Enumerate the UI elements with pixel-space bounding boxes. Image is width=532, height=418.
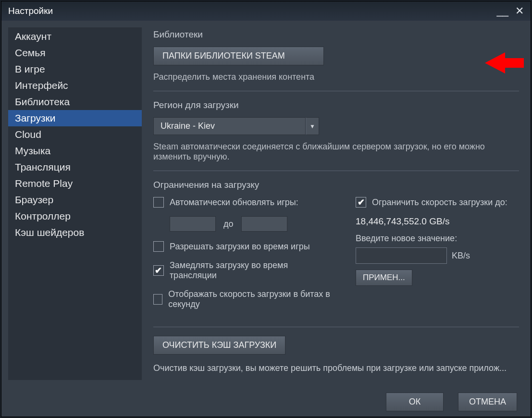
allow-during-game-row: Разрешать загрузки во время игры: [153, 241, 336, 252]
sidebar-item-ingame[interactable]: В игре: [8, 61, 142, 77]
content-panel: Библиотеки ПАПКИ БИБЛИОТЕКИ STEAM Распре…: [148, 27, 524, 380]
limits-heading: Ограничения на загрузку: [153, 180, 519, 190]
sidebar-item-controller[interactable]: Контроллер: [8, 208, 142, 224]
body: Аккаунт Семья В игре Интерфейс Библиотек…: [1, 21, 531, 387]
display-bits-checkbox[interactable]: [153, 294, 162, 305]
sidebar-item-family[interactable]: Семья: [8, 45, 142, 61]
sidebar-item-label: Контроллер: [15, 210, 71, 221]
allow-during-game-label: Разрешать загрузки во время игры: [170, 242, 310, 252]
time-from-input[interactable]: [170, 216, 216, 232]
steam-library-folders-button[interactable]: ПАПКИ БИБЛИОТЕКИ STEAM: [153, 47, 324, 65]
sidebar-item-label: Загрузки: [15, 112, 56, 123]
sidebar-item-label: Cloud: [15, 129, 41, 140]
svg-marker-0: [485, 52, 524, 74]
sidebar-item-remoteplay[interactable]: Remote Play: [8, 175, 142, 192]
time-range-row: до: [170, 216, 336, 232]
sidebar-item-account[interactable]: Аккаунт: [8, 28, 142, 45]
clear-download-cache-button[interactable]: ОЧИСТИТЬ КЭШ ЗАГРУЗКИ: [153, 336, 285, 355]
time-sep: до: [223, 219, 234, 229]
download-region-dropdown[interactable]: Ukraine - Kiev ▼: [153, 117, 319, 135]
enter-new-label: Введите новое значение:: [356, 234, 519, 244]
throttle-stream-row: ✔ Замедлять загрузку во время трансляции: [153, 260, 336, 281]
throttle-stream-label: Замедлять загрузку во время трансляции: [170, 260, 336, 281]
window-title: Настройки: [8, 6, 53, 16]
limit-speed-checkbox[interactable]: ✔: [356, 197, 366, 208]
chevron-down-icon: ▼: [306, 117, 319, 135]
ok-button[interactable]: ОК: [386, 393, 444, 411]
region-heading: Регион для загрузки: [153, 100, 519, 111]
clear-desc: Очистив кэш загрузки, вы можете решить п…: [153, 363, 519, 373]
sidebar-item-browser[interactable]: Браузер: [8, 192, 142, 208]
sidebar-item-label: Трансляция: [15, 161, 71, 172]
limits-left: Автоматически обновлять игры: до Разреша…: [153, 197, 336, 318]
display-bits-row: Отображать скорость загрузки в битах в с…: [153, 289, 336, 309]
minimize-icon[interactable]: __: [497, 5, 508, 17]
sidebar-item-broadcasting[interactable]: Трансляция: [8, 159, 142, 175]
sidebar-item-label: Remote Play: [15, 178, 73, 189]
display-bits-label: Отображать скорость загрузки в битах в с…: [168, 289, 336, 309]
settings-window: Настройки __ ✕ Аккаунт Семья В игре Инте…: [1, 1, 531, 417]
sidebar-item-label: В игре: [15, 63, 45, 74]
sidebar-item-music[interactable]: Музыка: [8, 143, 142, 159]
sidebar-item-label: Библиотека: [15, 96, 70, 107]
auto-update-label: Автоматически обновлять игры:: [170, 197, 298, 208]
current-speed-limit: 18,446,743,552.0 GB/s: [356, 216, 519, 227]
apply-button[interactable]: ПРИМЕН...: [356, 270, 412, 286]
divider: [153, 327, 519, 327]
limit-speed-label: Ограничить скорость загрузки до:: [372, 197, 507, 208]
sidebar-item-cloud[interactable]: Cloud: [8, 126, 142, 143]
libraries-heading: Библиотеки: [153, 29, 519, 40]
time-to-input[interactable]: [241, 216, 287, 232]
titlebar: Настройки __ ✕: [1, 1, 531, 21]
throttle-stream-checkbox[interactable]: ✔: [153, 265, 164, 276]
region-desc: Steam автоматически соединяется с ближай…: [153, 142, 519, 162]
footer: ОК ОТМЕНА: [1, 387, 531, 417]
sidebar-item-library[interactable]: Библиотека: [8, 94, 142, 110]
sidebar: Аккаунт Семья В игре Интерфейс Библиотек…: [8, 27, 142, 380]
limit-speed-row: ✔ Ограничить скорость загрузки до:: [356, 197, 519, 208]
close-icon[interactable]: ✕: [515, 5, 524, 17]
divider: [153, 171, 519, 171]
limits-right: ✔ Ограничить скорость загрузки до: 18,44…: [356, 197, 519, 286]
sidebar-item-shadercache[interactable]: Кэш шейдеров: [8, 224, 142, 241]
sidebar-item-label: Музыка: [15, 145, 50, 156]
sidebar-item-label: Интерфейс: [15, 80, 68, 91]
sidebar-item-downloads[interactable]: Загрузки: [8, 110, 142, 126]
speed-limit-input[interactable]: [356, 247, 447, 264]
sidebar-item-interface[interactable]: Интерфейс: [8, 77, 142, 94]
limits-row: Автоматически обновлять игры: до Разреша…: [153, 197, 519, 318]
cancel-button[interactable]: ОТМЕНА: [458, 393, 517, 411]
auto-update-checkbox[interactable]: [153, 197, 164, 208]
sidebar-item-label: Семья: [15, 47, 46, 58]
allow-during-game-checkbox[interactable]: [153, 241, 164, 252]
dropdown-value: Ukraine - Kiev: [153, 117, 306, 135]
sidebar-item-label: Кэш шейдеров: [15, 227, 84, 238]
speed-unit: KB/s: [452, 251, 470, 261]
libraries-desc: Распределить места хранения контента: [153, 72, 519, 82]
auto-update-row: Автоматически обновлять игры:: [153, 197, 336, 208]
sidebar-item-label: Аккаунт: [15, 31, 51, 42]
sidebar-item-label: Браузер: [15, 194, 53, 205]
divider: [153, 91, 519, 91]
